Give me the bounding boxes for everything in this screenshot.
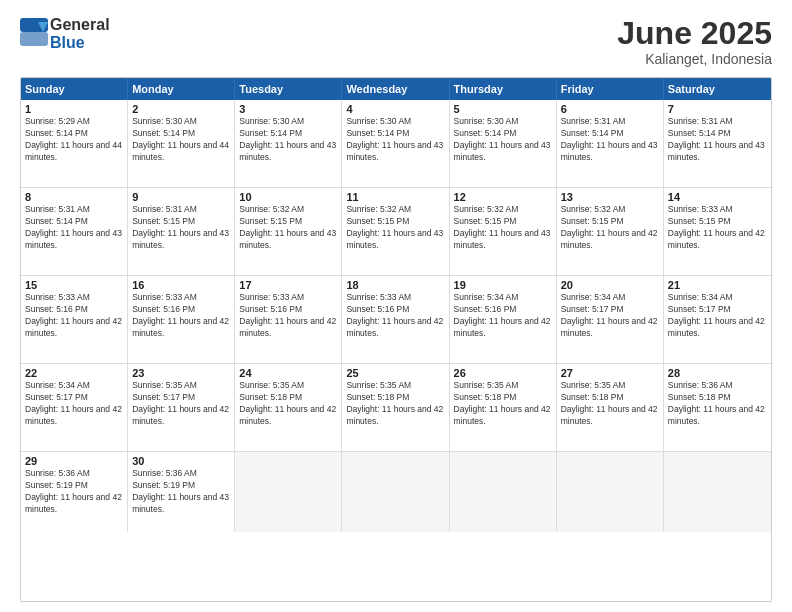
day-num-27: 27 [561, 367, 659, 379]
week-row-2: 8Sunrise: 5:31 AMSunset: 5:14 PMDaylight… [21, 188, 771, 276]
logo: General Blue [20, 16, 110, 52]
calendar-header: Sunday Monday Tuesday Wednesday Thursday… [21, 78, 771, 100]
day-num-6: 6 [561, 103, 659, 115]
day-25: 25Sunrise: 5:35 AMSunset: 5:18 PMDayligh… [342, 364, 449, 451]
calendar: Sunday Monday Tuesday Wednesday Thursday… [20, 77, 772, 602]
header-friday: Friday [557, 78, 664, 100]
day-num-28: 28 [668, 367, 767, 379]
day-info-23: Sunrise: 5:35 AMSunset: 5:17 PMDaylight:… [132, 380, 230, 428]
day-info-26: Sunrise: 5:35 AMSunset: 5:18 PMDaylight:… [454, 380, 552, 428]
day-7: 7Sunrise: 5:31 AMSunset: 5:14 PMDaylight… [664, 100, 771, 187]
header-tuesday: Tuesday [235, 78, 342, 100]
logo-blue: Blue [50, 34, 85, 51]
day-info-28: Sunrise: 5:36 AMSunset: 5:18 PMDaylight:… [668, 380, 767, 428]
day-23: 23Sunrise: 5:35 AMSunset: 5:17 PMDayligh… [128, 364, 235, 451]
day-info-9: Sunrise: 5:31 AMSunset: 5:15 PMDaylight:… [132, 204, 230, 252]
day-18: 18Sunrise: 5:33 AMSunset: 5:16 PMDayligh… [342, 276, 449, 363]
day-9: 9Sunrise: 5:31 AMSunset: 5:15 PMDaylight… [128, 188, 235, 275]
day-info-24: Sunrise: 5:35 AMSunset: 5:18 PMDaylight:… [239, 380, 337, 428]
empty-cell [557, 452, 664, 532]
day-num-10: 10 [239, 191, 337, 203]
day-num-29: 29 [25, 455, 123, 467]
header-wednesday: Wednesday [342, 78, 449, 100]
day-num-1: 1 [25, 103, 123, 115]
day-26: 26Sunrise: 5:35 AMSunset: 5:18 PMDayligh… [450, 364, 557, 451]
day-info-12: Sunrise: 5:32 AMSunset: 5:15 PMDaylight:… [454, 204, 552, 252]
day-14: 14Sunrise: 5:33 AMSunset: 5:15 PMDayligh… [664, 188, 771, 275]
day-12: 12Sunrise: 5:32 AMSunset: 5:15 PMDayligh… [450, 188, 557, 275]
day-11: 11Sunrise: 5:32 AMSunset: 5:15 PMDayligh… [342, 188, 449, 275]
logo-icon [20, 18, 48, 46]
day-5: 5Sunrise: 5:30 AMSunset: 5:14 PMDaylight… [450, 100, 557, 187]
day-num-14: 14 [668, 191, 767, 203]
day-num-17: 17 [239, 279, 337, 291]
location-title: Kalianget, Indonesia [617, 51, 772, 67]
header: General Blue June 2025 Kalianget, Indone… [20, 16, 772, 67]
week-row-5: 29Sunrise: 5:36 AMSunset: 5:19 PMDayligh… [21, 452, 771, 532]
calendar-body: 1Sunrise: 5:29 AMSunset: 5:14 PMDaylight… [21, 100, 771, 532]
day-info-6: Sunrise: 5:31 AMSunset: 5:14 PMDaylight:… [561, 116, 659, 164]
day-info-17: Sunrise: 5:33 AMSunset: 5:16 PMDaylight:… [239, 292, 337, 340]
day-info-20: Sunrise: 5:34 AMSunset: 5:17 PMDaylight:… [561, 292, 659, 340]
empty-cell [664, 452, 771, 532]
day-info-7: Sunrise: 5:31 AMSunset: 5:14 PMDaylight:… [668, 116, 767, 164]
day-num-26: 26 [454, 367, 552, 379]
day-4: 4Sunrise: 5:30 AMSunset: 5:14 PMDaylight… [342, 100, 449, 187]
day-info-8: Sunrise: 5:31 AMSunset: 5:14 PMDaylight:… [25, 204, 123, 252]
day-info-14: Sunrise: 5:33 AMSunset: 5:15 PMDaylight:… [668, 204, 767, 252]
header-monday: Monday [128, 78, 235, 100]
week-row-4: 22Sunrise: 5:34 AMSunset: 5:17 PMDayligh… [21, 364, 771, 452]
day-8: 8Sunrise: 5:31 AMSunset: 5:14 PMDaylight… [21, 188, 128, 275]
day-num-30: 30 [132, 455, 230, 467]
day-20: 20Sunrise: 5:34 AMSunset: 5:17 PMDayligh… [557, 276, 664, 363]
day-1: 1Sunrise: 5:29 AMSunset: 5:14 PMDaylight… [21, 100, 128, 187]
day-num-22: 22 [25, 367, 123, 379]
logo-general: General [50, 16, 110, 33]
empty-cell [450, 452, 557, 532]
day-13: 13Sunrise: 5:32 AMSunset: 5:15 PMDayligh… [557, 188, 664, 275]
day-21: 21Sunrise: 5:34 AMSunset: 5:17 PMDayligh… [664, 276, 771, 363]
day-num-15: 15 [25, 279, 123, 291]
day-num-11: 11 [346, 191, 444, 203]
day-info-25: Sunrise: 5:35 AMSunset: 5:18 PMDaylight:… [346, 380, 444, 428]
day-30: 30Sunrise: 5:36 AMSunset: 5:19 PMDayligh… [128, 452, 235, 532]
day-29: 29Sunrise: 5:36 AMSunset: 5:19 PMDayligh… [21, 452, 128, 532]
header-sunday: Sunday [21, 78, 128, 100]
day-num-19: 19 [454, 279, 552, 291]
day-info-27: Sunrise: 5:35 AMSunset: 5:18 PMDaylight:… [561, 380, 659, 428]
day-6: 6Sunrise: 5:31 AMSunset: 5:14 PMDaylight… [557, 100, 664, 187]
day-19: 19Sunrise: 5:34 AMSunset: 5:16 PMDayligh… [450, 276, 557, 363]
day-info-22: Sunrise: 5:34 AMSunset: 5:17 PMDaylight:… [25, 380, 123, 428]
day-22: 22Sunrise: 5:34 AMSunset: 5:17 PMDayligh… [21, 364, 128, 451]
day-24: 24Sunrise: 5:35 AMSunset: 5:18 PMDayligh… [235, 364, 342, 451]
week-row-1: 1Sunrise: 5:29 AMSunset: 5:14 PMDaylight… [21, 100, 771, 188]
day-info-13: Sunrise: 5:32 AMSunset: 5:15 PMDaylight:… [561, 204, 659, 252]
title-section: June 2025 Kalianget, Indonesia [617, 16, 772, 67]
day-num-12: 12 [454, 191, 552, 203]
day-info-15: Sunrise: 5:33 AMSunset: 5:16 PMDaylight:… [25, 292, 123, 340]
day-17: 17Sunrise: 5:33 AMSunset: 5:16 PMDayligh… [235, 276, 342, 363]
day-info-19: Sunrise: 5:34 AMSunset: 5:16 PMDaylight:… [454, 292, 552, 340]
day-num-21: 21 [668, 279, 767, 291]
svg-rect-1 [20, 32, 48, 46]
day-num-9: 9 [132, 191, 230, 203]
empty-cell [342, 452, 449, 532]
day-num-3: 3 [239, 103, 337, 115]
week-row-3: 15Sunrise: 5:33 AMSunset: 5:16 PMDayligh… [21, 276, 771, 364]
day-info-10: Sunrise: 5:32 AMSunset: 5:15 PMDaylight:… [239, 204, 337, 252]
day-2: 2Sunrise: 5:30 AMSunset: 5:14 PMDaylight… [128, 100, 235, 187]
day-num-18: 18 [346, 279, 444, 291]
day-info-21: Sunrise: 5:34 AMSunset: 5:17 PMDaylight:… [668, 292, 767, 340]
day-15: 15Sunrise: 5:33 AMSunset: 5:16 PMDayligh… [21, 276, 128, 363]
day-info-16: Sunrise: 5:33 AMSunset: 5:16 PMDaylight:… [132, 292, 230, 340]
empty-cell [235, 452, 342, 532]
day-info-2: Sunrise: 5:30 AMSunset: 5:14 PMDaylight:… [132, 116, 230, 164]
day-info-4: Sunrise: 5:30 AMSunset: 5:14 PMDaylight:… [346, 116, 444, 164]
day-num-4: 4 [346, 103, 444, 115]
header-thursday: Thursday [450, 78, 557, 100]
day-num-16: 16 [132, 279, 230, 291]
day-10: 10Sunrise: 5:32 AMSunset: 5:15 PMDayligh… [235, 188, 342, 275]
day-info-30: Sunrise: 5:36 AMSunset: 5:19 PMDaylight:… [132, 468, 230, 516]
day-num-13: 13 [561, 191, 659, 203]
day-info-3: Sunrise: 5:30 AMSunset: 5:14 PMDaylight:… [239, 116, 337, 164]
